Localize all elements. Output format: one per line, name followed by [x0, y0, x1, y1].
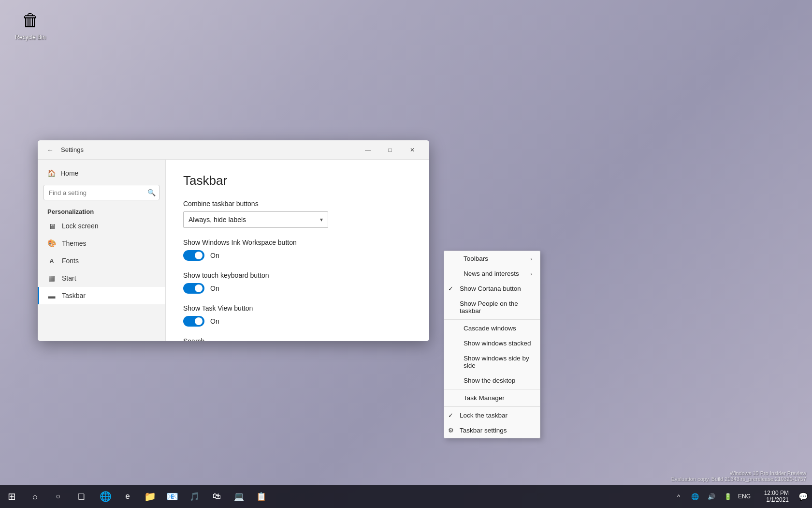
cortana-button[interactable]: ○ — [46, 485, 70, 508]
ink-workspace-label: Show Windows Ink Workspace button — [183, 239, 412, 246]
combine-buttons-group: Combine taskbar buttons Always, hide lab… — [183, 200, 412, 228]
touch-keyboard-group: Show touch keyboard button On — [183, 271, 412, 294]
window-title: Settings — [61, 146, 357, 153]
tray-battery[interactable]: 🔋 — [720, 489, 736, 504]
context-menu-item-stacked[interactable]: Show windows stacked — [444, 336, 540, 351]
stacked-label: Show windows stacked — [464, 340, 531, 347]
context-menu-item-side-by-side[interactable]: Show windows side by side — [444, 351, 540, 373]
tray-sound[interactable]: 🔊 — [704, 489, 719, 504]
touch-keyboard-state: On — [210, 284, 219, 292]
context-menu-item-toolbars[interactable]: Toolbars › — [444, 251, 540, 266]
taskbar: ⊞ ⌕ ○ ❑ 🌐 e 📁 📧 🎵 🛍 💻 📋 ^ 🌐 🔊 🔋 ENG 12:0… — [0, 485, 812, 508]
lock-check: ✓ — [448, 412, 456, 419]
recycle-bin[interactable]: 🗑 Recycle Bin — [14, 9, 47, 41]
sidebar: 🏠 Home 🔍 Personalization 🖥 Lock screen 🎨… — [38, 160, 166, 341]
search-section-label: Search — [183, 337, 412, 341]
maximize-button[interactable]: □ — [379, 142, 401, 158]
context-menu: Toolbars › News and interests › ✓ Show C… — [444, 251, 540, 438]
cascade-label: Cascade windows — [464, 325, 516, 332]
back-button[interactable]: ← — [44, 143, 57, 157]
task-view-knob — [195, 317, 203, 325]
taskbar-search-button[interactable]: ⌕ — [23, 485, 46, 508]
context-menu-item-taskbar-settings[interactable]: ⚙ Taskbar settings — [444, 423, 540, 438]
sidebar-item-lock-screen[interactable]: 🖥 Lock screen — [38, 217, 165, 235]
page-title: Taskbar — [183, 173, 412, 188]
start-button[interactable]: ⊞ — [0, 485, 23, 508]
fonts-icon: A — [47, 256, 56, 265]
task-view-toggle-row: On — [183, 316, 412, 327]
ink-workspace-toggle[interactable] — [183, 250, 204, 261]
context-menu-item-cascade[interactable]: Cascade windows — [444, 321, 540, 336]
sidebar-item-fonts[interactable]: A Fonts — [38, 252, 165, 269]
titlebar: ← Settings — □ ✕ — [38, 140, 429, 160]
search-group: Search Show search icon ▾ — [183, 337, 412, 341]
context-menu-item-task-manager[interactable]: Task Manager — [444, 390, 540, 405]
ink-workspace-group: Show Windows Ink Workspace button On — [183, 239, 412, 261]
ink-workspace-state: On — [210, 252, 219, 259]
taskbar-clock[interactable]: 12:00 PM 1/1/2021 — [756, 490, 795, 503]
taskbar-app-extra[interactable]: 📋 — [250, 486, 272, 507]
fonts-label: Fonts — [62, 257, 79, 265]
combine-dropdown-value: Always, hide labels — [188, 216, 246, 224]
ink-workspace-toggle-row: On — [183, 250, 412, 261]
context-menu-item-cortana[interactable]: ✓ Show Cortana button — [444, 281, 540, 296]
close-button[interactable]: ✕ — [401, 142, 423, 158]
sidebar-item-start[interactable]: ▦ Start — [38, 269, 165, 287]
toolbars-label: Toolbars — [464, 255, 488, 262]
search-input[interactable] — [44, 185, 160, 200]
context-menu-item-lock[interactable]: ✓ Lock the taskbar — [444, 408, 540, 423]
task-view-group: Show Task View button On — [183, 304, 412, 327]
side-by-side-label: Show windows side by side — [464, 355, 532, 369]
taskbar-app-store[interactable]: 🛍 — [206, 486, 227, 507]
cortana-check: ✓ — [448, 285, 456, 292]
taskbar-app-edge2[interactable]: e — [117, 486, 138, 507]
task-view-label: Show Task View button — [183, 304, 412, 312]
build-info-line2: Evaluation copy. Build 21343.rs_prerelea… — [671, 476, 806, 482]
taskbar-settings-label: Taskbar settings — [460, 427, 507, 434]
home-label: Home — [60, 169, 78, 177]
task-view-toggle[interactable] — [183, 316, 204, 327]
touch-keyboard-label: Show touch keyboard button — [183, 271, 412, 279]
sidebar-item-taskbar[interactable]: ▬ Taskbar — [38, 287, 165, 304]
minimize-button[interactable]: — — [357, 142, 379, 158]
context-menu-item-news[interactable]: News and interests › — [444, 266, 540, 281]
clock-time: 12:00 PM — [764, 490, 789, 496]
notification-button[interactable]: 💬 — [795, 485, 812, 508]
main-content: Taskbar Combine taskbar buttons Always, … — [166, 160, 429, 341]
taskbar-app-music[interactable]: 🎵 — [184, 486, 205, 507]
home-icon: 🏠 — [47, 169, 56, 177]
taskbar-icon: ▬ — [47, 291, 56, 300]
lock-label: Lock the taskbar — [460, 412, 508, 419]
sidebar-item-themes[interactable]: 🎨 Themes — [38, 235, 165, 252]
themes-label: Themes — [62, 239, 87, 247]
combine-dropdown[interactable]: Always, hide labels ▾ — [183, 211, 328, 228]
news-arrow: › — [530, 271, 532, 277]
divider-2 — [444, 389, 540, 389]
recycle-bin-icon: 🗑 — [19, 9, 42, 32]
toolbars-arrow: › — [530, 256, 532, 262]
sidebar-item-home[interactable]: 🏠 Home — [38, 165, 165, 181]
clock-date: 1/1/2021 — [766, 496, 789, 503]
context-menu-item-show-desktop[interactable]: Show the desktop — [444, 373, 540, 388]
touch-keyboard-toggle[interactable] — [183, 283, 204, 294]
settings-window: ← Settings — □ ✕ 🏠 Home 🔍 Personalizatio… — [38, 140, 429, 341]
task-manager-label: Task Manager — [464, 394, 505, 402]
build-info: Windows 10 Pro Insider Preview Evaluatio… — [671, 470, 806, 482]
divider-3 — [444, 406, 540, 407]
tray-network[interactable]: 🌐 — [687, 489, 703, 504]
taskbar-app-mail[interactable]: 📧 — [161, 486, 183, 507]
cortana-label: Show Cortana button — [460, 285, 521, 292]
task-view-button[interactable]: ❑ — [70, 485, 93, 508]
tray-chevron[interactable]: ^ — [671, 489, 686, 504]
taskbar-apps: 🌐 e 📁 📧 🎵 🛍 💻 📋 — [93, 486, 671, 507]
taskbar-app-edge[interactable]: 🌐 — [95, 486, 116, 507]
taskbar-app-explorer[interactable]: 📁 — [139, 486, 160, 507]
task-view-state: On — [210, 317, 219, 325]
context-menu-item-people[interactable]: Show People on the taskbar — [444, 296, 540, 318]
tray-lang[interactable]: ENG — [737, 489, 752, 504]
touch-keyboard-knob — [195, 284, 203, 292]
sidebar-search[interactable]: 🔍 — [44, 185, 160, 200]
start-label: Start — [62, 274, 76, 282]
taskbar-app-terminal[interactable]: 💻 — [228, 486, 249, 507]
show-desktop-label: Show the desktop — [464, 377, 515, 384]
